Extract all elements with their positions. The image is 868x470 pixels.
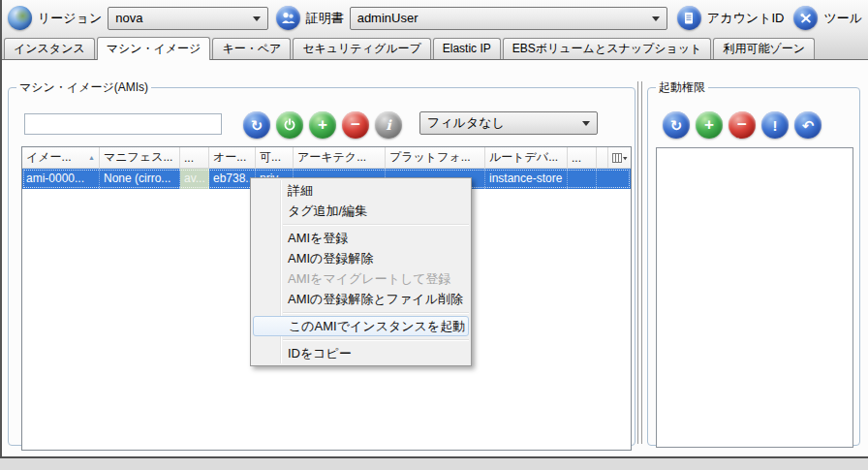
refresh-glyph: ↻ bbox=[670, 118, 683, 133]
column-header-7[interactable]: ルートデバ... bbox=[485, 147, 568, 168]
document-icon[interactable] bbox=[677, 6, 701, 30]
column-header-6[interactable]: プラットフォ... bbox=[386, 147, 485, 168]
tab-label: Elastic IP bbox=[443, 42, 491, 55]
header: リージョン nova 証明書 adminUser bbox=[2, 0, 868, 60]
tab-5[interactable]: EBSボリュームとスナップショット bbox=[503, 38, 712, 59]
cell-7: instance-store bbox=[485, 169, 568, 189]
revert-glyph: ↶ bbox=[802, 118, 815, 133]
users-icon bbox=[276, 6, 300, 30]
region-value: nova bbox=[115, 11, 142, 25]
context-menu-item[interactable]: AMIの登録解除とファイル削除 bbox=[251, 289, 471, 309]
column-header-2[interactable]: ... bbox=[180, 147, 209, 168]
column-header-1[interactable]: マニフェス... bbox=[100, 147, 180, 168]
context-menu-item[interactable]: 詳細 bbox=[251, 180, 471, 201]
add-button[interactable]: + bbox=[696, 111, 723, 139]
alert-glyph: ! bbox=[773, 118, 778, 133]
header-cells: イメー...▲マニフェス......オー...可...アーキテク...プラットフ… bbox=[22, 147, 597, 168]
credential-label: 証明書 bbox=[306, 10, 344, 27]
credential-select[interactable]: adminUser bbox=[350, 7, 667, 30]
menu-separator bbox=[283, 224, 469, 225]
menu-separator bbox=[283, 339, 469, 340]
menu-separator bbox=[283, 312, 469, 313]
context-menu-item[interactable]: AMIを登録 bbox=[251, 228, 471, 248]
ami-panel-legend: マシン・イメージ(AMIs) bbox=[16, 79, 151, 96]
tab-6[interactable]: 利用可能ゾーン bbox=[713, 38, 815, 59]
add-button[interactable]: + bbox=[309, 111, 336, 139]
credential-value: adminUser bbox=[357, 11, 418, 25]
ami-search-input[interactable] bbox=[24, 113, 222, 135]
column-label: オー... bbox=[213, 149, 246, 166]
remove-glyph: − bbox=[737, 116, 747, 133]
column-header-3[interactable]: オー... bbox=[209, 147, 256, 168]
column-header-5[interactable]: アーキテク... bbox=[294, 147, 386, 168]
region-label: リージョン bbox=[38, 10, 102, 27]
cell-2: av... bbox=[180, 169, 209, 189]
top-toolbar: リージョン nova 証明書 adminUser bbox=[2, 0, 868, 36]
remove-button[interactable]: − bbox=[728, 111, 756, 139]
column-label: ... bbox=[572, 151, 581, 165]
context-menu-item[interactable]: このAMIでインスタンスを起動 bbox=[253, 316, 469, 336]
tab-label: セキュリティグループ bbox=[302, 42, 421, 55]
tab-label: インスタンス bbox=[14, 42, 85, 55]
context-menu-item[interactable]: AMIの登録解除 bbox=[251, 248, 471, 268]
column-label: アーキテク... bbox=[297, 149, 366, 166]
permissions-toolbar: ↻+−!↶ bbox=[663, 111, 822, 139]
column-header-4[interactable]: 可... bbox=[256, 147, 294, 168]
alert-button[interactable]: ! bbox=[761, 111, 789, 139]
ami-toolbar: ↻+−i bbox=[243, 111, 402, 139]
tab-0[interactable]: インスタンス bbox=[4, 38, 95, 59]
tools-label: ツール bbox=[823, 10, 862, 27]
revert-button[interactable]: ↶ bbox=[794, 111, 822, 139]
window-frame-bottom bbox=[0, 456, 868, 470]
column-label: ルートデバ... bbox=[489, 149, 558, 166]
column-label: 可... bbox=[260, 149, 281, 166]
filter-select[interactable]: フィルタなし bbox=[419, 111, 598, 135]
power-button[interactable] bbox=[276, 111, 303, 139]
column-label: ... bbox=[184, 151, 194, 165]
cell-1: None (cirro... bbox=[100, 169, 180, 189]
column-header-0[interactable]: イメー...▲ bbox=[22, 147, 100, 168]
header-filler bbox=[597, 147, 608, 168]
cell-8 bbox=[568, 169, 597, 189]
tab-label: キー・ペア bbox=[222, 42, 281, 55]
add-glyph: + bbox=[704, 116, 714, 133]
tab-2[interactable]: キー・ペア bbox=[212, 38, 291, 59]
globe-icon bbox=[8, 6, 32, 30]
context-menu-item[interactable]: タグ追加/編集 bbox=[251, 201, 471, 221]
cell-3: eb738... bbox=[209, 169, 256, 189]
refresh-glyph: ↻ bbox=[251, 118, 264, 133]
sort-asc-icon: ▲ bbox=[88, 154, 95, 161]
column-header-8[interactable]: ... bbox=[568, 147, 597, 168]
tab-3[interactable]: セキュリティグループ bbox=[293, 38, 431, 59]
panel-splitter[interactable] bbox=[637, 81, 642, 444]
region-select[interactable]: nova bbox=[108, 7, 267, 30]
table-header: イメー...▲マニフェス......オー...可...アーキテク...プラットフ… bbox=[22, 147, 631, 169]
context-menu-item[interactable]: IDをコピー bbox=[251, 343, 471, 363]
add-glyph: + bbox=[318, 116, 327, 133]
cell-0: ami-0000... bbox=[22, 169, 100, 189]
info-button[interactable]: i bbox=[375, 111, 402, 139]
column-label: マニフェス... bbox=[104, 149, 172, 166]
launch-permissions-panel: 起動権限 ↻+−!↶ bbox=[647, 79, 860, 446]
context-menu: 詳細タグ追加/編集AMIを登録AMIの登録解除AMIをマイグレートして登録AMI… bbox=[250, 177, 472, 366]
column-picker-button[interactable] bbox=[608, 147, 631, 168]
column-label: プラットフォ... bbox=[389, 149, 471, 166]
tools-icon[interactable] bbox=[793, 6, 818, 30]
tab-1[interactable]: マシン・イメージ bbox=[97, 37, 211, 60]
tab-label: 利用可能ゾーン bbox=[723, 42, 805, 55]
permissions-legend: 起動権限 bbox=[656, 79, 708, 96]
refresh-button[interactable]: ↻ bbox=[663, 111, 690, 139]
refresh-button[interactable]: ↻ bbox=[243, 111, 270, 139]
tab-4[interactable]: Elastic IP bbox=[433, 38, 501, 59]
context-menu-item: AMIをマイグレートして登録 bbox=[251, 268, 471, 289]
tab-label: EBSボリュームとスナップショット bbox=[512, 42, 702, 55]
filter-value: フィルタなし bbox=[427, 114, 505, 132]
remove-button[interactable]: − bbox=[342, 111, 369, 139]
account-id-label: アカウントID bbox=[707, 10, 785, 27]
permissions-listbox[interactable] bbox=[656, 147, 853, 448]
tab-label: マシン・イメージ bbox=[107, 42, 202, 55]
tab-strip: インスタンスマシン・イメージキー・ペアセキュリティグループElastic IPE… bbox=[4, 37, 817, 59]
column-label: イメー... bbox=[26, 149, 72, 166]
remove-glyph: − bbox=[351, 116, 360, 133]
info-glyph: i bbox=[386, 118, 390, 132]
